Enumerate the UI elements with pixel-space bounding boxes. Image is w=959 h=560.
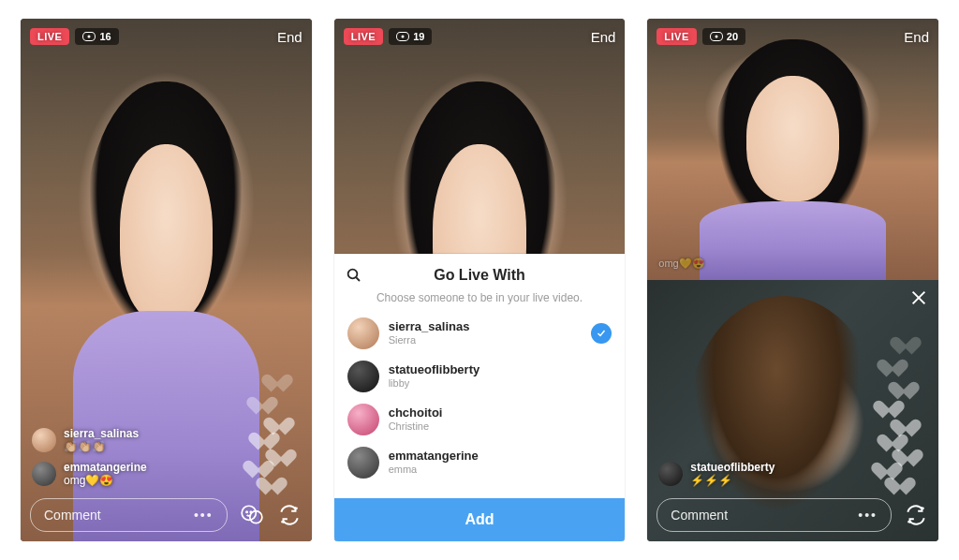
- switch-camera-button[interactable]: [903, 502, 929, 528]
- person-username: statueoflibberty: [389, 363, 612, 377]
- viewer-count-badge[interactable]: 19: [389, 28, 432, 45]
- eye-icon: [710, 32, 723, 41]
- person-display-name: Sierra: [389, 334, 583, 346]
- svg-point-4: [347, 270, 357, 279]
- live-stream-screen-invite: LIVE 19 End Go Live With Choose someone …: [334, 19, 626, 541]
- avatar: [347, 447, 379, 479]
- comment-input[interactable]: Comment •••: [30, 498, 228, 532]
- svg-point-3: [250, 511, 251, 512]
- viewer-count-badge[interactable]: 20: [702, 28, 745, 45]
- more-icon[interactable]: •••: [858, 508, 878, 523]
- comment-username: emmatangerine: [64, 461, 147, 474]
- close-icon[interactable]: [908, 287, 929, 308]
- end-button[interactable]: End: [904, 29, 929, 45]
- comment-input[interactable]: Comment •••: [657, 498, 892, 532]
- comment-placeholder: Comment: [671, 508, 728, 523]
- comments-feed: sierra_salinas 👏🏼👏🏼👏🏼 emmatangerine omg💛…: [32, 427, 228, 487]
- live-stream-screen-split: LIVE 20 End omg💛😍 statueoflibberty: [647, 19, 938, 541]
- comment-body: omg💛😍: [64, 474, 113, 487]
- person-row[interactable]: statueoflibberty libby: [334, 355, 626, 398]
- comment-body: ⚡⚡⚡: [690, 474, 732, 487]
- person-username: chchoitoi: [389, 406, 612, 420]
- avatar: [32, 462, 56, 486]
- switch-camera-button[interactable]: [276, 502, 302, 528]
- host-feed: [647, 19, 938, 280]
- live-stream-screen-solo: LIVE 16 End sierra_salinas 👏🏼👏🏼👏🏼: [21, 19, 312, 541]
- more-icon[interactable]: •••: [194, 508, 214, 523]
- eye-icon: [82, 32, 96, 41]
- avatar: [32, 428, 56, 452]
- comment-username: sierra_salinas: [64, 427, 139, 440]
- eye-icon: [396, 32, 409, 41]
- go-live-with-sheet: Go Live With Choose someone to be in you…: [334, 254, 626, 541]
- comment-body: 👏🏼👏🏼👏🏼: [64, 440, 106, 453]
- face-filter-button[interactable]: [239, 502, 265, 528]
- svg-point-2: [246, 511, 247, 512]
- sheet-title: Go Live With: [434, 267, 525, 283]
- comment-item[interactable]: statueoflibberty ⚡⚡⚡: [658, 461, 854, 487]
- person-display-name: Christine: [389, 420, 612, 433]
- comment-username: statueoflibberty: [690, 461, 775, 474]
- comments-feed: statueoflibberty ⚡⚡⚡: [658, 461, 854, 487]
- comment-item[interactable]: sierra_salinas 👏🏼👏🏼👏🏼: [32, 427, 228, 453]
- avatar: [347, 361, 379, 392]
- person-row[interactable]: emmatangerine emma: [334, 441, 626, 484]
- person-display-name: libby: [389, 377, 612, 390]
- sheet-subtitle: Choose someone to be in your live video.: [334, 291, 626, 312]
- person-row[interactable]: sierra_salinas Sierra: [334, 312, 626, 355]
- avatar: [347, 317, 379, 349]
- comment-placeholder: Comment: [44, 508, 101, 523]
- comment-item[interactable]: emmatangerine omg💛😍: [32, 461, 228, 487]
- selected-check-icon[interactable]: [591, 323, 612, 344]
- person-username: sierra_salinas: [389, 320, 583, 334]
- end-button[interactable]: End: [277, 29, 302, 45]
- search-icon[interactable]: [346, 267, 362, 287]
- avatar: [347, 404, 379, 435]
- end-button[interactable]: End: [591, 29, 616, 45]
- live-badge: LIVE: [344, 28, 383, 45]
- avatar: [658, 462, 683, 486]
- viewer-count-badge[interactable]: 16: [75, 28, 118, 45]
- people-list: sierra_salinas Sierra statueoflibberty l…: [334, 312, 626, 498]
- add-button[interactable]: Add: [334, 498, 626, 541]
- person-display-name: emma: [389, 464, 612, 476]
- faded-comment: omg💛😍: [658, 258, 704, 270]
- live-badge: LIVE: [30, 28, 69, 45]
- person-row[interactable]: chchoitoi Christine: [334, 398, 626, 441]
- live-badge: LIVE: [657, 28, 696, 45]
- person-username: emmatangerine: [389, 449, 612, 464]
- svg-point-0: [242, 506, 256, 520]
